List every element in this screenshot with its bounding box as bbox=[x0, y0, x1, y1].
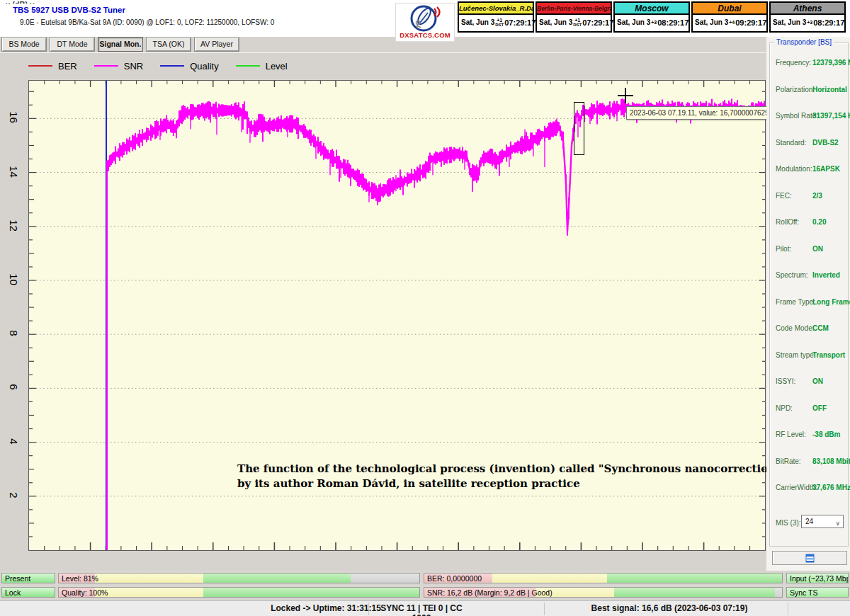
meter-ber: BER: 0,0000000 bbox=[424, 573, 783, 583]
transponder-field-standard-: Standard:DVB-S2 bbox=[776, 139, 846, 149]
legend-item-quality: Quality bbox=[160, 61, 218, 72]
field-value: Transport bbox=[812, 351, 845, 359]
tab-bs-mode[interactable]: BS Mode bbox=[1, 37, 47, 52]
tab-tsa-ok-[interactable]: TSA (OK) bbox=[146, 37, 191, 52]
meter-segment-green bbox=[203, 574, 351, 583]
transponder-field-spectrum-: Spectrum:Inverted bbox=[776, 271, 846, 281]
field-label: Frequency: bbox=[776, 59, 811, 67]
transponder-field-polarization-: Polarization:Horizontal bbox=[776, 86, 846, 96]
transponder-field-frequency-: Frequency:12379,396 MHz bbox=[776, 59, 846, 69]
legend-label: Quality bbox=[190, 61, 218, 72]
mis-value: 24 bbox=[805, 518, 813, 525]
field-label: Code Mode: bbox=[776, 324, 814, 332]
meter-segment-yellow bbox=[492, 574, 607, 583]
meter-label: Present bbox=[5, 574, 30, 583]
transponder-field-carrierwidth-: CarrierWidth:37,676 MHz bbox=[776, 484, 846, 494]
field-label: Spectrum: bbox=[776, 271, 808, 279]
field-value: -38 dBm bbox=[812, 430, 840, 438]
transponder-field-code-mode-: Code Mode:CCM bbox=[776, 324, 846, 334]
field-label: FEC: bbox=[776, 192, 792, 200]
clock-date: Sat, Jun 3 bbox=[617, 18, 650, 26]
mis-dropdown[interactable]: 24 ∨ bbox=[801, 515, 844, 528]
clock-time-row: Sat, Jun 3+1DST07:29:17 bbox=[459, 15, 533, 30]
field-value: 12379,396 MHz bbox=[812, 59, 850, 67]
tab-av-player[interactable]: AV Player bbox=[194, 37, 239, 52]
legend-item-snr: SNR bbox=[94, 61, 143, 72]
clock-date: Sat, Jun 3 bbox=[539, 18, 572, 26]
dxsatcs-logo: DXSATCS.COM bbox=[395, 3, 455, 42]
transponder-field-fec-: FEC:2/3 bbox=[776, 192, 846, 202]
tab-dt-mode[interactable]: DT Mode bbox=[50, 37, 95, 52]
clock-date: Sat, Jun 3 bbox=[695, 18, 728, 26]
meter-lock: Lock bbox=[1, 587, 55, 598]
clock-time-row: Sat, Jun 3+1DST07:29:17 bbox=[537, 15, 611, 30]
transponder-field-stream-type-: Stream type:Transport bbox=[776, 351, 846, 361]
y-tick-label: 16 bbox=[8, 110, 20, 125]
legend-label: Level bbox=[266, 61, 288, 72]
clock-berlin-paris-vienna-belgrade: Berlin-Paris-Vienna-BelgradeSat, Jun 3+1… bbox=[536, 1, 612, 33]
clock-time: 07:29:17 bbox=[582, 18, 613, 27]
clock-city: Berlin-Paris-Vienna-Belgrade bbox=[537, 3, 611, 15]
transponder-field-rf-level-: RF Level:-38 dBm bbox=[776, 430, 846, 440]
transponder-field-bitrate-: BitRate:83,108 Mbit/s bbox=[776, 457, 846, 467]
field-label: RF Level: bbox=[776, 430, 806, 438]
ts-stream-button[interactable] bbox=[772, 551, 847, 565]
transponder-field-rolloff-: RollOff:0.20 bbox=[776, 218, 846, 228]
clock-time: 08:29:17 bbox=[813, 18, 844, 27]
y-tick-label: 8 bbox=[8, 326, 20, 341]
meter-segment-gray bbox=[775, 588, 782, 597]
meter-label: Level: 81% bbox=[62, 574, 98, 583]
tuner-subtitle: 9.0E - Eutelsat 9B/Ka-Sat 9A (ID: 0090) … bbox=[20, 18, 274, 26]
clock-date: Sat, Jun 3 bbox=[773, 18, 806, 26]
mis-label: MIS (3): bbox=[776, 519, 801, 527]
cropped-text-fragment: y (dB) y bbox=[6, 0, 91, 4]
meter-label: Lock bbox=[5, 588, 21, 597]
meter-sync-ts: Sync TS bbox=[786, 587, 849, 598]
transponder-groupbox: Transponder [BS] Frequency:12379,396 MHz… bbox=[769, 42, 849, 547]
transponder-field-frame-type-: Frame Type:Long Frame bbox=[776, 298, 846, 308]
world-clocks: Lučenec-Slovakia_R.DávidSat, Jun 3+1DST0… bbox=[458, 1, 846, 33]
transponder-sidebar: Transponder [BS] Frequency:12379,396 MHz… bbox=[766, 37, 850, 572]
meter-label: SNR: 16,2 dB (Margin: 9,2 dB | Good) bbox=[427, 588, 552, 597]
meter-label: BER: 0,0000000 bbox=[427, 574, 482, 583]
legend-swatch bbox=[160, 65, 184, 67]
y-tick-label: 2 bbox=[8, 487, 20, 503]
clock-utc-offset: +4 bbox=[729, 21, 735, 25]
field-value: ON bbox=[812, 377, 823, 385]
y-tick-label: 14 bbox=[8, 164, 20, 179]
clock-time-row: Sat, Jun 3+308:29:17 bbox=[771, 15, 844, 30]
field-label: Modulation: bbox=[776, 165, 812, 173]
clock-utc-offset: +3 bbox=[651, 21, 657, 25]
meter-level: Level: 81% bbox=[58, 573, 420, 583]
status-best-signal: Best signal: 16,6 dB (2023-06-03 07:19) bbox=[560, 603, 779, 613]
field-label: ISSYI: bbox=[776, 377, 795, 385]
tab-signal-mon-[interactable]: Signal Mon. bbox=[98, 37, 143, 52]
meter-segment-green bbox=[203, 588, 419, 597]
meter-segment-yellow bbox=[95, 588, 203, 597]
field-label: Pilot: bbox=[776, 245, 791, 253]
y-tick-label: 12 bbox=[8, 217, 20, 233]
value-tooltip: 2023-06-03 07.19.11, value: 16,700000762… bbox=[626, 106, 784, 120]
field-label: Stream type: bbox=[776, 351, 816, 359]
legend-item-level: Level bbox=[236, 61, 288, 72]
legend-label: BER bbox=[58, 61, 77, 72]
clock-time: 07:29:17 bbox=[504, 18, 536, 27]
transponder-field-modulation-: Modulation:16APSK bbox=[776, 165, 846, 175]
transponder-field-pilot-: Pilot:ON bbox=[776, 245, 846, 255]
meter-present: Present bbox=[1, 573, 55, 583]
meter-quality: Quality: 100% bbox=[58, 587, 420, 598]
chart-legend: BERSNRQualityLevel bbox=[28, 59, 305, 72]
clock-utc-offset: +1DST bbox=[495, 18, 504, 27]
field-label: Polarization: bbox=[776, 86, 815, 93]
clock-time-row: Sat, Jun 3+409:29:17 bbox=[693, 15, 766, 30]
logo-text: DXSATCS.COM bbox=[396, 31, 454, 39]
meter-segment-green bbox=[607, 574, 782, 583]
y-tick-label: 4 bbox=[8, 433, 20, 449]
clock-moscow: MoscowSat, Jun 3+308:29:17 bbox=[613, 1, 690, 33]
field-value: CCM bbox=[812, 324, 829, 332]
clock-time: 08:29:17 bbox=[657, 18, 688, 27]
legend-item-ber: BER bbox=[28, 61, 77, 72]
clock-dubai: DubaiSat, Jun 3+409:29:17 bbox=[691, 1, 768, 33]
meter-segment-green bbox=[614, 588, 775, 597]
field-label: BitRate: bbox=[776, 457, 801, 465]
